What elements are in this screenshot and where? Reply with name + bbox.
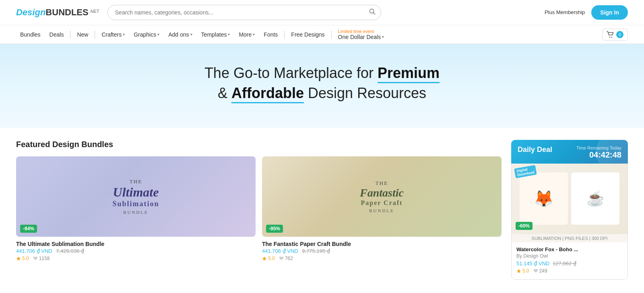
nav-dollar-deal[interactable]: Limited time event One Dollar Deals ▾ [334, 29, 388, 40]
dd-author: By Design Owl [516, 253, 623, 259]
discount-badge-1: -94% [20, 225, 37, 233]
heart-icon [533, 268, 538, 273]
nav-right-icons: 0 [602, 29, 628, 41]
bundle-meta-2: 5.0 762 [262, 256, 502, 261]
dd-price-row: 51.145 ₫ VND 127,862 ₫ [516, 260, 623, 266]
chevron-down-icon: ▾ [228, 32, 230, 37]
timer-section: Time Remaining Today 04:42:48 [576, 145, 621, 160]
daily-deal-title: Daily Deal [518, 145, 552, 154]
cart-icon [607, 31, 614, 38]
logo-net-text: .NET [89, 9, 99, 14]
bundle-price-1: 441.706 ₫ VND 7,429,036 ₫ [16, 248, 256, 254]
nav-new[interactable]: New [73, 25, 92, 43]
star-icon [16, 256, 21, 261]
sign-in-button[interactable]: Sign In [591, 5, 628, 20]
daily-deal-panel: Daily Deal Time Remaining Today 04:42:48… [511, 140, 628, 280]
fox-image: 🦊 [520, 172, 568, 225]
nav-divider-3 [284, 31, 285, 39]
heart-icon [279, 256, 284, 261]
header-right: Plus Membership Sign In [545, 5, 628, 20]
bundle-price-2: 441.706 ₫ VND 9,775,195 ₫ [262, 248, 502, 254]
dd-price: 51.145 ₫ VND 127,862 ₫ [516, 260, 576, 266]
search-button[interactable] [369, 8, 376, 16]
nav-more[interactable]: More▾ [235, 25, 259, 43]
nav-bundles[interactable]: Bundles [16, 25, 45, 43]
nav-addons[interactable]: Add ons▾ [164, 25, 196, 43]
bundle-name-2: The Fantastic Paper Craft Bundle [262, 241, 502, 247]
limited-event-label: Limited time event [338, 29, 384, 34]
bundle-cards-container: THE Ultimate Sublimation BUNDLE -94% The… [16, 156, 502, 261]
bundle-image-text-2: THE Fantastic Paper Craft BUNDLE [353, 174, 410, 219]
nav-fonts[interactable]: Fonts [260, 25, 282, 43]
main-content: Featured Design Bundles THE Ultimate Sub… [0, 128, 644, 292]
svg-point-2 [609, 37, 610, 37]
nav-deals[interactable]: Deals [45, 25, 68, 43]
svg-marker-5 [262, 256, 266, 260]
dd-heart-count: 249 [533, 268, 547, 274]
svg-point-3 [611, 37, 612, 37]
digital-download-badge: DigitalDownload [515, 167, 536, 176]
search-bar [107, 5, 381, 20]
dd-meta: 5.0 249 [516, 268, 623, 274]
nav-divider-1 [70, 31, 70, 39]
heart-count-1: 1158 [33, 256, 50, 261]
bundle-info-2: The Fantastic Paper Craft Bundle 441.706… [262, 241, 502, 261]
nav-templates[interactable]: Templates▾ [197, 25, 234, 43]
logo-bundles-text: BUNDLES [45, 7, 88, 18]
daily-deal-body: DigitalDownload 🦊 ☕ -60% SUBLIMATION | P… [511, 164, 628, 280]
plus-membership-link[interactable]: Plus Membership [545, 9, 585, 16]
bundle-image-text-1: THE Ultimate Sublimation BUNDLE [106, 172, 165, 221]
discount-badge-2: -95% [266, 225, 283, 233]
daily-deal-product-image[interactable]: DigitalDownload 🦊 ☕ -60% [512, 164, 627, 234]
mug-image: ☕ [571, 172, 619, 225]
daily-deal-info: Watercolor Fox - Boho ... By Design Owl … [512, 242, 627, 279]
nav-divider-4 [331, 31, 332, 39]
chevron-down-icon: ▾ [382, 35, 384, 39]
nav-crafters[interactable]: Crafters▾ [97, 25, 129, 43]
hero-headline: The Go-to Marketplace for Premium & Affo… [8, 63, 636, 104]
heart-count-2: 762 [279, 256, 293, 261]
bundle-meta-1: 5.0 1158 [16, 256, 256, 261]
dd-discount-badge: -60% [516, 222, 533, 230]
star-rating-1: 5.0 [16, 256, 29, 261]
timer-value: 04:42:48 [576, 150, 621, 160]
section-title: Featured Design Bundles [16, 140, 502, 149]
svg-marker-6 [517, 269, 521, 273]
chevron-down-icon: ▾ [190, 32, 192, 37]
daily-deal-header: Daily Deal Time Remaining Today 04:42:48 [511, 140, 628, 164]
featured-bundles-section: Featured Design Bundles THE Ultimate Sub… [16, 140, 502, 280]
bundle-name-1: The Ultimate Sublimation Bundle [16, 241, 256, 247]
chevron-down-icon: ▾ [123, 32, 125, 37]
header: DesignBUNDLES.NET Plus Membership Sign I… [0, 0, 644, 25]
bundle-card-1[interactable]: THE Ultimate Sublimation BUNDLE -94% The… [16, 156, 256, 261]
bundle-image-1: THE Ultimate Sublimation BUNDLE -94% [16, 156, 256, 237]
svg-line-1 [373, 13, 375, 14]
dd-product-name: Watercolor Fox - Boho ... [516, 246, 623, 252]
timer-label: Time Remaining Today [576, 145, 621, 150]
nav-divider-2 [95, 31, 95, 39]
dollar-deals-label: One Dollar Deals ▾ [338, 34, 384, 40]
bundle-card-2[interactable]: THE Fantastic Paper Craft BUNDLE -95% Th… [262, 156, 502, 261]
cart-count: 0 [616, 31, 623, 38]
logo-design-text: Design [16, 7, 45, 18]
bundle-image-2: THE Fantastic Paper Craft BUNDLE -95% [262, 156, 502, 237]
dd-star-rating: 5.0 [516, 268, 529, 274]
svg-marker-4 [17, 256, 21, 260]
nav-free-designs[interactable]: Free Designs [287, 25, 328, 43]
logo[interactable]: DesignBUNDLES.NET [16, 7, 99, 18]
star-icon [516, 268, 521, 273]
hero-section: The Go-to Marketplace for Premium & Affo… [0, 44, 644, 128]
chevron-down-icon: ▾ [253, 32, 255, 37]
star-rating-2: 5.0 [262, 256, 275, 261]
search-icon [369, 8, 376, 15]
heart-icon [33, 256, 38, 261]
search-input[interactable] [107, 5, 381, 20]
star-icon [262, 256, 267, 261]
chevron-down-icon: ▾ [157, 32, 159, 37]
cart-button[interactable]: 0 [602, 29, 628, 41]
digital-badge-text: DigitalDownload [514, 165, 537, 178]
bundle-info-1: The Ultimate Sublimation Bundle 441.706 … [16, 241, 256, 261]
main-nav: Bundles Deals New Crafters▾ Graphics▾ Ad… [0, 25, 644, 44]
sublimation-label: SUBLIMATION | PNG FILES | 300 DPI [512, 234, 627, 242]
nav-graphics[interactable]: Graphics▾ [130, 25, 163, 43]
